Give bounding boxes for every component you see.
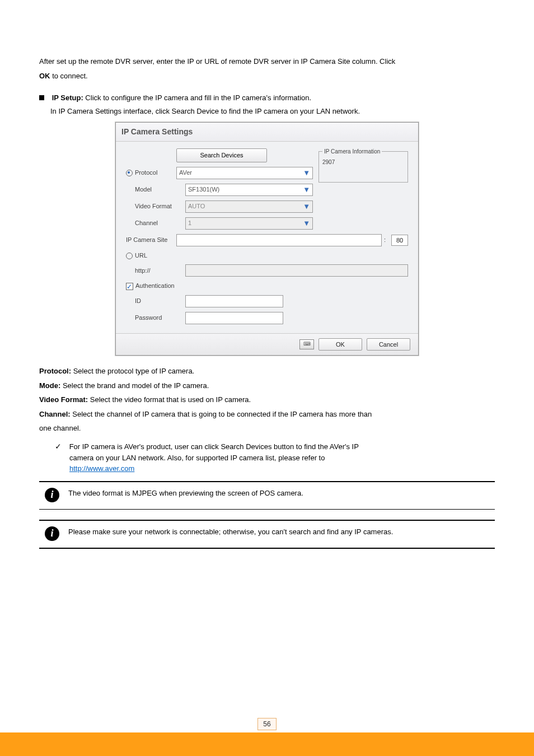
ip-camera-site-label: IP Camera Site (126, 235, 176, 245)
square-bullet-icon (39, 95, 44, 100)
info-icon: i (45, 526, 59, 541)
info2-b: can' (271, 528, 284, 536)
port-colon: : (384, 235, 386, 245)
http-label: http:// (126, 266, 185, 276)
protocol-select[interactable]: AVer▼ (176, 167, 313, 179)
port-input[interactable]: 80 (391, 235, 408, 246)
info-icon: i (45, 488, 59, 502)
protocol-def-label: Protocol: (39, 367, 71, 375)
ipinfo-value: 2907 (322, 159, 335, 165)
channel-label: Channel (126, 218, 185, 228)
keyboard-icon[interactable]: ⌨ (299, 339, 314, 349)
ip-camera-settings-dialog: IP Camera Settings IP Camera Information… (115, 122, 419, 356)
channel-def-label: Channel: (39, 410, 71, 418)
ip-setup-label: IP Setup: (52, 94, 83, 102)
model-label: Model (126, 185, 185, 194)
videoformat-def-text: Select the video format that is used on … (90, 395, 251, 404)
ip-camera-site-input[interactable] (176, 234, 382, 246)
aver-link[interactable]: http://www.aver.com (69, 464, 134, 473)
page-number: 56 (257, 718, 277, 730)
mode-def-label: Mode: (39, 381, 60, 390)
url-radio[interactable] (126, 253, 133, 259)
checkmark-icon: ✓ (55, 442, 62, 451)
info-note-1: i The video format is MJPEG when preview… (39, 481, 495, 510)
ip-setup-desc: Click to configure the IP camera and fil… (85, 94, 311, 102)
channel-def-text: Select the channel of IP camera that is … (72, 410, 372, 418)
tick-text-2: camera on your LAN network. Also, for su… (69, 454, 325, 462)
ok-button[interactable]: OK (318, 338, 362, 351)
info2-a: Please make sure your network is connect… (68, 528, 271, 536)
chevron-down-icon: ▼ (303, 201, 310, 212)
channel-select[interactable]: 1▼ (185, 217, 313, 230)
videoformat-def-label: Video Format: (39, 395, 88, 404)
auth-checkbox[interactable] (126, 283, 133, 290)
chevron-down-icon: ▼ (303, 184, 310, 195)
auth-label: Authentication (135, 282, 175, 289)
ipinfo-legend: IP Camera Information (322, 147, 382, 156)
info-note-2: i Please make sure your network is conne… (39, 520, 495, 549)
top-text-after: to connect. (52, 72, 88, 80)
video-format-select[interactable]: AUTO▼ (185, 200, 313, 213)
top-text-ok: OK (39, 72, 50, 80)
protocol-label: Protocol (135, 169, 157, 176)
ip-setup-indent: In IP Camera Settings interface, click S… (50, 107, 360, 115)
search-devices-button[interactable]: Search Devices (176, 148, 267, 162)
channel-def-text2: one channel. (39, 423, 495, 434)
cancel-button[interactable]: Cancel (367, 338, 410, 351)
password-input[interactable] (185, 312, 283, 324)
top-text-line2: OK to connect. (39, 71, 495, 82)
info2-c: t search and find any IP cameras. (285, 528, 393, 536)
video-format-label: Video Format (126, 202, 185, 211)
chevron-down-icon: ▼ (303, 167, 310, 179)
chevron-down-icon: ▼ (303, 218, 310, 229)
dialog-title: IP Camera Settings (116, 123, 418, 142)
ip-setup-bullet: IP Setup: Click to configure the IP came… (39, 92, 495, 104)
protocol-def-text: Select the protocol type of IP camera. (73, 367, 195, 375)
url-label: URL (135, 252, 147, 259)
footer-bar: 56 (0, 732, 534, 756)
url-input[interactable] (185, 264, 408, 277)
ip-camera-information-group: IP Camera Information 2907 (318, 147, 408, 183)
id-input[interactable] (185, 295, 283, 307)
id-label: ID (126, 296, 185, 306)
top-text-line1: After set up the remote DVR server, ente… (39, 56, 495, 67)
info-text-1: The video format is MJPEG when previewin… (68, 488, 303, 499)
mode-def-text: Select the brand and model of the IP cam… (63, 381, 209, 390)
password-label: Password (126, 313, 185, 323)
tick-text-1: For IP camera is AVer's product, user ca… (69, 442, 359, 451)
protocol-radio[interactable] (126, 170, 133, 176)
model-select[interactable]: SF1301(W)▼ (185, 184, 313, 196)
